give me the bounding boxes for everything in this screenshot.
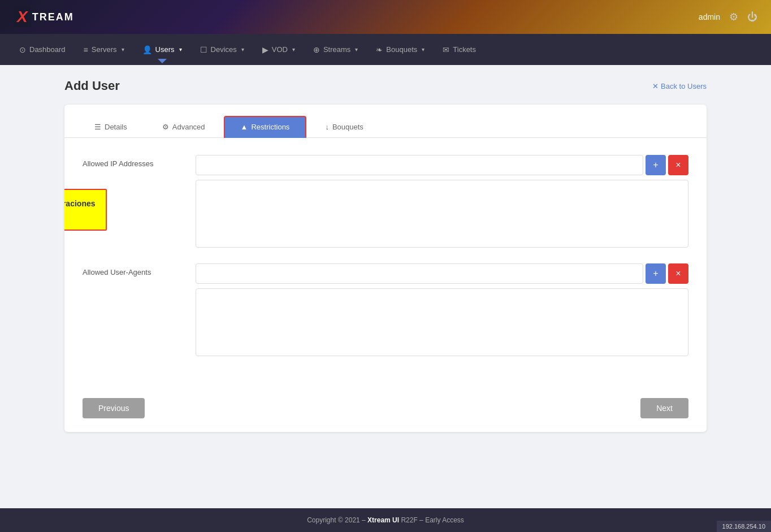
servers-arrow-icon: ▾ [122,46,124,53]
nav-label-users: Users [155,45,175,54]
tab-advanced-label: Advanced [172,123,205,131]
nav-item-users[interactable]: 👤 Users ▾ [135,41,190,59]
ip-add-icon: + [653,160,658,170]
vod-arrow-icon: ▾ [292,46,295,53]
ip-addresses-label: Allowed IP Addresses [83,155,184,168]
topbar: X TREAM admin ⚙ ⏻ [0,0,771,34]
topbar-right: admin ⚙ ⏻ [699,11,757,23]
bouquets-arrow-icon: ▾ [422,46,425,53]
annotation-box: Dejamos con las configuraciones predeter… [64,189,107,231]
users-icon: 👤 [142,45,152,54]
user-agent-input[interactable] [196,263,643,284]
logo: X TREAM [14,7,74,27]
ip-address-input[interactable] [196,155,643,175]
tab-bouquets[interactable]: ↓ Bouquets [309,116,379,138]
ua-remove-button[interactable]: × [668,263,688,284]
restrictions-tab-icon: ▲ [241,123,248,131]
nav-label-servers: Servers [92,45,117,54]
page-header: Add User ✕ Back to Users [64,79,707,93]
nav-label-vod: VOD [272,45,288,54]
streams-icon: ⊕ [313,45,320,54]
nav-label-streams: Streams [323,45,350,54]
servers-icon: ≡ [84,45,88,54]
admin-label: admin [699,12,720,21]
nav-item-dashboard[interactable]: ⊙ Dashboard [11,41,73,59]
nav-label-bouquets: Bouquets [386,45,417,54]
tab-bar: ☰ Details ⚙ Advanced ▲ Restrictions ↓ Bo… [64,105,707,138]
nav-label-dashboard: Dashboard [29,45,66,54]
footer-copyright: Copyright © 2021 – [307,516,367,524]
bouquets-icon: ❧ [376,45,383,54]
page-title: Add User [64,79,120,93]
nav-item-streams[interactable]: ⊕ Streams ▾ [305,41,366,59]
ip-badge: 192.168.254.10 [717,521,771,532]
ua-add-icon: + [653,269,658,279]
tab-restrictions[interactable]: ▲ Restrictions [224,116,307,138]
tab-details-label: Details [105,123,127,131]
ua-control-group: + × [196,263,688,356]
ip-remove-icon: × [675,160,681,170]
main-navigation: ⊙ Dashboard ≡ Servers ▾ 👤 Users ▾ ☐ Devi… [0,34,771,65]
logo-text: TREAM [32,11,74,23]
form-rows-container: Dejamos con las configuraciones predeter… [83,155,688,356]
power-icon[interactable]: ⏻ [747,11,757,23]
nav-item-devices[interactable]: ☐ Devices ▾ [192,41,252,59]
nav-item-tickets[interactable]: ✉ Tickets [435,41,484,59]
tab-bouquets-label: Bouquets [332,123,363,131]
footer-brand: Xtream UI [367,516,399,524]
tab-details[interactable]: ☰ Details [78,116,144,138]
user-agents-row: Allowed User-Agents + × [83,263,688,356]
details-tab-icon: ☰ [94,123,101,131]
streams-arrow-icon: ▾ [355,46,358,53]
user-agents-label: Allowed User-Agents [83,263,184,276]
ip-remove-button[interactable]: × [668,155,688,175]
nav-item-vod[interactable]: ▶ VOD ▾ [254,41,303,59]
tab-restrictions-label: Restrictions [251,123,289,131]
ip-addresses-row: Allowed IP Addresses + × [83,155,688,248]
ua-add-button[interactable]: + [646,263,666,284]
annotation-line1: Dejamos con las configuraciones [64,199,96,208]
form-footer: Previous Next [64,389,707,432]
form-body: Dejamos con las configuraciones predeter… [64,138,707,389]
ua-list-box [196,288,688,356]
content-wrapper: Add User ✕ Back to Users ☰ Details ⚙ Adv… [46,65,725,446]
back-to-users-link[interactable]: ✕ Back to Users [652,82,707,90]
devices-icon: ☐ [200,45,207,54]
nav-item-bouquets[interactable]: ❧ Bouquets ▾ [368,41,432,59]
ip-list-box [196,180,688,248]
tab-advanced[interactable]: ⚙ Advanced [146,116,222,138]
tickets-icon: ✉ [443,45,449,54]
main-card: ☰ Details ⚙ Advanced ▲ Restrictions ↓ Bo… [64,105,707,432]
ua-input-group: + × [196,263,688,284]
nav-item-servers[interactable]: ≡ Servers ▾ [76,41,132,59]
dashboard-icon: ⊙ [19,45,26,54]
page-footer: Copyright © 2021 – Xtream UI R22F – Earl… [0,508,771,532]
nav-label-devices: Devices [211,45,237,54]
previous-button[interactable]: Previous [83,398,145,418]
next-button[interactable]: Next [640,398,688,418]
ip-add-button[interactable]: + [646,155,666,175]
bouquets-tab-icon: ↓ [325,123,329,131]
nav-label-tickets: Tickets [453,45,476,54]
devices-arrow-icon: ▾ [241,46,244,53]
back-link-label: Back to Users [661,82,707,90]
vod-icon: ▶ [262,45,268,54]
gear-icon[interactable]: ⚙ [729,11,738,23]
advanced-tab-icon: ⚙ [162,123,169,131]
users-arrow-icon: ▾ [179,46,182,53]
ua-remove-icon: × [675,269,681,279]
ip-control-group: + × [196,155,688,248]
logo-x: X [14,7,31,27]
footer-version: R22F – Early Access [399,516,464,524]
back-link-icon: ✕ [652,82,659,90]
ip-input-group: + × [196,155,688,175]
